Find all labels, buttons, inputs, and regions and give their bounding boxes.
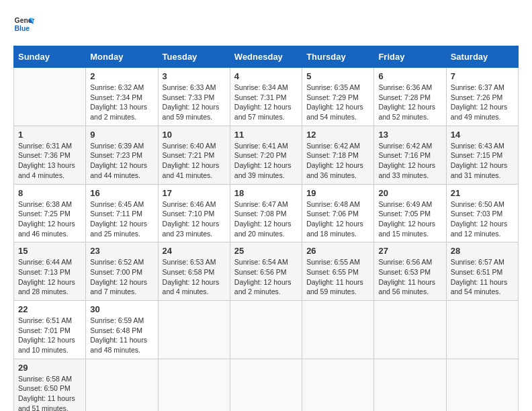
calendar-cell bbox=[86, 359, 158, 411]
day-number: 24 bbox=[163, 246, 226, 256]
day-number: 9 bbox=[90, 130, 153, 140]
day-number: 2 bbox=[90, 71, 153, 81]
day-number: 12 bbox=[306, 130, 369, 140]
day-number: 21 bbox=[451, 188, 514, 198]
calendar-cell: 23Sunrise: 6:52 AMSunset: 7:00 PMDayligh… bbox=[86, 242, 158, 301]
calendar-cell: 30Sunrise: 6:59 AMSunset: 6:48 PMDayligh… bbox=[86, 301, 158, 359]
day-detail: Sunrise: 6:58 AMSunset: 6:50 PMDaylight:… bbox=[18, 374, 81, 411]
day-number: 18 bbox=[234, 188, 298, 198]
calendar-cell bbox=[158, 301, 230, 359]
calendar-cell: 25Sunrise: 6:54 AMSunset: 6:56 PMDayligh… bbox=[230, 242, 302, 301]
calendar-cell: 11Sunrise: 6:41 AMSunset: 7:20 PMDayligh… bbox=[230, 126, 302, 184]
calendar-cell bbox=[446, 301, 518, 359]
day-detail: Sunrise: 6:31 AMSunset: 7:36 PMDaylight:… bbox=[18, 141, 81, 181]
day-number: 11 bbox=[234, 130, 298, 140]
day-number: 27 bbox=[378, 246, 441, 256]
calendar-cell: 18Sunrise: 6:47 AMSunset: 7:08 PMDayligh… bbox=[230, 184, 302, 242]
day-number: 19 bbox=[306, 188, 369, 198]
day-detail: Sunrise: 6:43 AMSunset: 7:15 PMDaylight:… bbox=[451, 141, 514, 181]
day-detail: Sunrise: 6:55 AMSunset: 6:55 PMDaylight:… bbox=[306, 257, 369, 297]
calendar-week-0: 2Sunrise: 6:32 AMSunset: 7:34 PMDaylight… bbox=[14, 68, 519, 126]
calendar-cell: 6Sunrise: 6:36 AMSunset: 7:28 PMDaylight… bbox=[374, 68, 446, 126]
day-number: 20 bbox=[378, 188, 441, 198]
day-detail: Sunrise: 6:38 AMSunset: 7:25 PMDaylight:… bbox=[18, 199, 81, 239]
day-detail: Sunrise: 6:48 AMSunset: 7:06 PMDaylight:… bbox=[306, 199, 369, 239]
day-detail: Sunrise: 6:35 AMSunset: 7:29 PMDaylight:… bbox=[306, 83, 369, 122]
day-detail: Sunrise: 6:42 AMSunset: 7:16 PMDaylight:… bbox=[378, 141, 441, 181]
header-sunday: Sunday bbox=[14, 46, 86, 68]
day-number: 14 bbox=[451, 130, 514, 140]
calendar-week-1: 1Sunrise: 6:31 AMSunset: 7:36 PMDaylight… bbox=[14, 126, 519, 184]
calendar-cell: 1Sunrise: 6:31 AMSunset: 7:36 PMDaylight… bbox=[14, 126, 86, 184]
day-detail: Sunrise: 6:40 AMSunset: 7:21 PMDaylight:… bbox=[163, 141, 226, 181]
day-detail: Sunrise: 6:44 AMSunset: 7:13 PMDaylight:… bbox=[18, 257, 81, 297]
day-number: 8 bbox=[18, 188, 81, 198]
calendar-week-3: 15Sunrise: 6:44 AMSunset: 7:13 PMDayligh… bbox=[14, 242, 519, 301]
day-number: 16 bbox=[90, 188, 153, 198]
calendar-cell bbox=[302, 359, 374, 411]
day-detail: Sunrise: 6:54 AMSunset: 6:56 PMDaylight:… bbox=[234, 257, 298, 297]
day-detail: Sunrise: 6:39 AMSunset: 7:23 PMDaylight:… bbox=[90, 141, 153, 181]
calendar-cell: 29Sunrise: 6:58 AMSunset: 6:50 PMDayligh… bbox=[14, 359, 86, 411]
calendar-cell bbox=[230, 301, 302, 359]
day-number: 5 bbox=[306, 71, 369, 81]
day-detail: Sunrise: 6:50 AMSunset: 7:03 PMDaylight:… bbox=[451, 199, 514, 239]
calendar-cell: 14Sunrise: 6:43 AMSunset: 7:15 PMDayligh… bbox=[446, 126, 518, 184]
header-friday: Friday bbox=[374, 46, 446, 68]
header-thursday: Thursday bbox=[302, 46, 374, 68]
day-detail: Sunrise: 6:49 AMSunset: 7:05 PMDaylight:… bbox=[378, 199, 441, 239]
calendar-cell bbox=[14, 68, 86, 126]
header-saturday: Saturday bbox=[446, 46, 518, 68]
calendar-cell: 10Sunrise: 6:40 AMSunset: 7:21 PMDayligh… bbox=[158, 126, 230, 184]
day-number: 30 bbox=[90, 304, 153, 314]
day-number: 7 bbox=[451, 71, 514, 81]
day-detail: Sunrise: 6:41 AMSunset: 7:20 PMDaylight:… bbox=[234, 141, 298, 181]
calendar-cell: 20Sunrise: 6:49 AMSunset: 7:05 PMDayligh… bbox=[374, 184, 446, 242]
calendar-cell: 17Sunrise: 6:46 AMSunset: 7:10 PMDayligh… bbox=[158, 184, 230, 242]
day-detail: Sunrise: 6:32 AMSunset: 7:34 PMDaylight:… bbox=[90, 83, 153, 122]
day-detail: Sunrise: 6:36 AMSunset: 7:28 PMDaylight:… bbox=[378, 83, 441, 122]
logo-icon: General Blue bbox=[13, 13, 35, 35]
calendar-cell: 3Sunrise: 6:33 AMSunset: 7:33 PMDaylight… bbox=[158, 68, 230, 126]
calendar-cell bbox=[374, 359, 446, 411]
calendar-cell: 22Sunrise: 6:51 AMSunset: 7:01 PMDayligh… bbox=[14, 301, 86, 359]
day-number: 6 bbox=[378, 71, 441, 81]
day-number: 15 bbox=[18, 246, 81, 256]
day-number: 1 bbox=[18, 130, 81, 140]
calendar-cell: 16Sunrise: 6:45 AMSunset: 7:11 PMDayligh… bbox=[86, 184, 158, 242]
calendar-cell: 24Sunrise: 6:53 AMSunset: 6:58 PMDayligh… bbox=[158, 242, 230, 301]
calendar-cell: 4Sunrise: 6:34 AMSunset: 7:31 PMDaylight… bbox=[230, 68, 302, 126]
calendar-cell: 27Sunrise: 6:56 AMSunset: 6:53 PMDayligh… bbox=[374, 242, 446, 301]
day-number: 25 bbox=[234, 246, 298, 256]
calendar-body: 2Sunrise: 6:32 AMSunset: 7:34 PMDaylight… bbox=[14, 68, 519, 412]
calendar-cell bbox=[302, 301, 374, 359]
day-number: 28 bbox=[451, 246, 514, 256]
calendar-cell: 21Sunrise: 6:50 AMSunset: 7:03 PMDayligh… bbox=[446, 184, 518, 242]
svg-text:Blue: Blue bbox=[15, 25, 30, 32]
day-detail: Sunrise: 6:57 AMSunset: 6:51 PMDaylight:… bbox=[451, 257, 514, 297]
day-number: 4 bbox=[234, 71, 298, 81]
day-detail: Sunrise: 6:53 AMSunset: 6:58 PMDaylight:… bbox=[163, 257, 226, 297]
day-number: 26 bbox=[306, 246, 369, 256]
header-monday: Monday bbox=[86, 46, 158, 68]
day-detail: Sunrise: 6:56 AMSunset: 6:53 PMDaylight:… bbox=[378, 257, 441, 297]
calendar-cell bbox=[446, 359, 518, 411]
logo: General Blue bbox=[13, 13, 35, 35]
calendar-cell: 9Sunrise: 6:39 AMSunset: 7:23 PMDaylight… bbox=[86, 126, 158, 184]
day-number: 17 bbox=[163, 188, 226, 198]
day-detail: Sunrise: 6:42 AMSunset: 7:18 PMDaylight:… bbox=[306, 141, 369, 181]
day-detail: Sunrise: 6:59 AMSunset: 6:48 PMDaylight:… bbox=[90, 316, 153, 355]
day-number: 13 bbox=[378, 130, 441, 140]
day-detail: Sunrise: 6:47 AMSunset: 7:08 PMDaylight:… bbox=[234, 199, 298, 239]
page-header: General Blue bbox=[13, 13, 519, 35]
calendar-week-5: 29Sunrise: 6:58 AMSunset: 6:50 PMDayligh… bbox=[14, 359, 519, 411]
calendar-cell: 13Sunrise: 6:42 AMSunset: 7:16 PMDayligh… bbox=[374, 126, 446, 184]
calendar-cell: 28Sunrise: 6:57 AMSunset: 6:51 PMDayligh… bbox=[446, 242, 518, 301]
calendar-cell bbox=[158, 359, 230, 411]
calendar-cell bbox=[374, 301, 446, 359]
day-detail: Sunrise: 6:37 AMSunset: 7:26 PMDaylight:… bbox=[451, 83, 514, 122]
calendar-cell: 2Sunrise: 6:32 AMSunset: 7:34 PMDaylight… bbox=[86, 68, 158, 126]
day-number: 23 bbox=[90, 246, 153, 256]
calendar-header-row: SundayMondayTuesdayWednesdayThursdayFrid… bbox=[14, 46, 519, 68]
calendar-cell: 12Sunrise: 6:42 AMSunset: 7:18 PMDayligh… bbox=[302, 126, 374, 184]
